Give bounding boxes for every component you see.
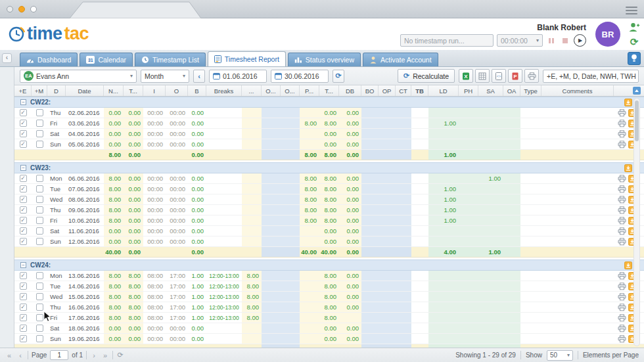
- column-header-tb[interactable]: TB: [411, 85, 428, 96]
- m-select-checkbox[interactable]: [36, 325, 43, 332]
- date-from-input[interactable]: 01.06.2016: [209, 70, 267, 83]
- print-row-button[interactable]: [618, 283, 626, 290]
- timestamp-select[interactable]: No timestamp run...: [400, 34, 494, 47]
- print-row-button[interactable]: [618, 335, 626, 343]
- export-excel-button[interactable]: X: [459, 69, 473, 83]
- print-row-button[interactable]: [618, 304, 626, 311]
- e-select-checkbox[interactable]: ✓: [20, 283, 27, 290]
- column-header-d[interactable]: D: [47, 85, 66, 96]
- m-select-checkbox[interactable]: [36, 141, 43, 148]
- start-timer-button[interactable]: ▶: [574, 34, 586, 47]
- print-row-button[interactable]: [618, 293, 626, 301]
- e-select-checkbox[interactable]: ✓: [20, 293, 27, 300]
- tab-calendar[interactable]: 31Calendar: [80, 53, 133, 66]
- m-select-checkbox[interactable]: [36, 130, 43, 137]
- group-header-row[interactable]: −CW23:: [14, 162, 644, 173]
- m-select-checkbox[interactable]: [36, 109, 43, 116]
- m-select-checkbox[interactable]: [36, 293, 43, 300]
- browser-tab-shape[interactable]: [58, 0, 202, 18]
- m-select-checkbox[interactable]: [36, 120, 43, 127]
- e-select-checkbox[interactable]: ✓: [20, 130, 27, 137]
- export-csv-button[interactable]: [475, 69, 490, 83]
- column-header-p[interactable]: P...: [300, 85, 319, 96]
- window-control-icon[interactable]: [18, 6, 25, 12]
- print-row-button[interactable]: [618, 217, 626, 225]
- m-select-checkbox[interactable]: [36, 175, 43, 182]
- vertical-scrollbar[interactable]: [633, 98, 640, 346]
- e-select-checkbox[interactable]: ✓: [20, 206, 27, 214]
- column-header-date[interactable]: Date: [66, 85, 104, 96]
- column-header-sa[interactable]: SA: [478, 85, 503, 96]
- column-header-n[interactable]: N...: [104, 85, 124, 96]
- export-group-button[interactable]: [624, 164, 632, 172]
- print-row-button[interactable]: [618, 175, 626, 183]
- e-select-checkbox[interactable]: ✓: [20, 141, 27, 148]
- column-header-t[interactable]: T...: [124, 85, 143, 96]
- column-header-ld[interactable]: LD: [428, 85, 459, 96]
- column-header-comments[interactable]: Comments: [541, 85, 614, 96]
- column-header-b[interactable]: B: [188, 85, 206, 96]
- export-group-button[interactable]: [624, 99, 632, 106]
- date-to-input[interactable]: 30.06.2016: [271, 70, 329, 83]
- hamburger-menu-icon[interactable]: [626, 5, 637, 16]
- prev-page-button[interactable]: ‹: [16, 351, 24, 359]
- print-row-button[interactable]: [618, 196, 626, 204]
- column-header-m[interactable]: +M: [32, 85, 47, 96]
- m-select-checkbox[interactable]: [36, 272, 43, 279]
- window-control-icon[interactable]: [30, 6, 37, 12]
- print-row-button[interactable]: [618, 314, 626, 322]
- column-header-breaks[interactable]: Breaks: [206, 85, 242, 96]
- print-row-button[interactable]: [618, 130, 626, 138]
- print-row-button[interactable]: [618, 109, 626, 117]
- columns-select[interactable]: +E, +M, D, Date, NWH, TWH ▾: [543, 70, 639, 83]
- print-button[interactable]: [524, 69, 539, 83]
- tab-status-overview[interactable]: Status overview: [288, 53, 361, 66]
- column-header-ph[interactable]: PH: [459, 85, 478, 96]
- tab-timestamp-list[interactable]: Timestamp List: [135, 53, 206, 66]
- group-header-row[interactable]: −CW22:: [14, 97, 644, 108]
- e-select-checkbox[interactable]: ✓: [20, 217, 27, 224]
- e-select-checkbox[interactable]: ✓: [20, 304, 27, 311]
- column-header-i[interactable]: I: [143, 85, 166, 96]
- m-select-checkbox[interactable]: [36, 304, 43, 311]
- next-page-button[interactable]: ›: [90, 351, 98, 359]
- period-select[interactable]: Month ▾: [141, 70, 189, 83]
- stop-timer-icon[interactable]: [560, 35, 570, 46]
- e-select-checkbox[interactable]: ✓: [20, 196, 27, 203]
- print-row-button[interactable]: [618, 120, 626, 127]
- print-row-button[interactable]: [618, 325, 626, 332]
- column-header-type[interactable]: Type: [520, 85, 541, 96]
- user-avatar[interactable]: BR: [595, 22, 620, 47]
- export-pdf-button[interactable]: P: [508, 69, 522, 83]
- first-page-button[interactable]: «: [5, 351, 13, 359]
- column-header-o[interactable]: O...: [262, 85, 281, 96]
- recalculate-button[interactable]: ⟳ Recalculate: [398, 69, 455, 83]
- refresh-icon[interactable]: ⟳: [628, 35, 641, 49]
- pause-timer-icon[interactable]: [546, 35, 557, 46]
- m-select-checkbox[interactable]: [36, 196, 43, 203]
- column-header-ct[interactable]: CT: [396, 85, 411, 96]
- e-select-checkbox[interactable]: ✓: [20, 238, 27, 245]
- column-header-o[interactable]: O...: [281, 85, 300, 96]
- collapse-group-icon[interactable]: −: [20, 165, 26, 171]
- lightbulb-button[interactable]: [628, 52, 641, 65]
- column-header-[interactable]: ...: [242, 85, 262, 96]
- page-size-select[interactable]: 50 ▾: [547, 350, 573, 361]
- e-select-checkbox[interactable]: ✓: [20, 335, 27, 342]
- m-select-checkbox[interactable]: [36, 238, 43, 245]
- export-group-button[interactable]: [624, 261, 632, 269]
- column-header-bo[interactable]: BO: [361, 85, 379, 96]
- collapse-sidebar-button[interactable]: ‹: [2, 53, 12, 63]
- date-prev-button[interactable]: ‹: [193, 70, 205, 83]
- last-page-button[interactable]: »: [101, 351, 109, 359]
- m-select-checkbox[interactable]: [36, 283, 43, 290]
- date-refresh-button[interactable]: ⟳: [333, 70, 344, 83]
- m-select-checkbox[interactable]: [36, 335, 43, 342]
- print-row-button[interactable]: [618, 238, 626, 246]
- timer-display[interactable]: 00:00:00 ▾: [497, 34, 543, 47]
- export-xml-button[interactable]: <>: [492, 69, 506, 83]
- print-row-button[interactable]: [618, 185, 626, 193]
- tab-dashboard[interactable]: Dashboard: [20, 53, 78, 66]
- print-row-button[interactable]: [618, 206, 626, 214]
- group-header-row[interactable]: −CW24:: [14, 260, 644, 271]
